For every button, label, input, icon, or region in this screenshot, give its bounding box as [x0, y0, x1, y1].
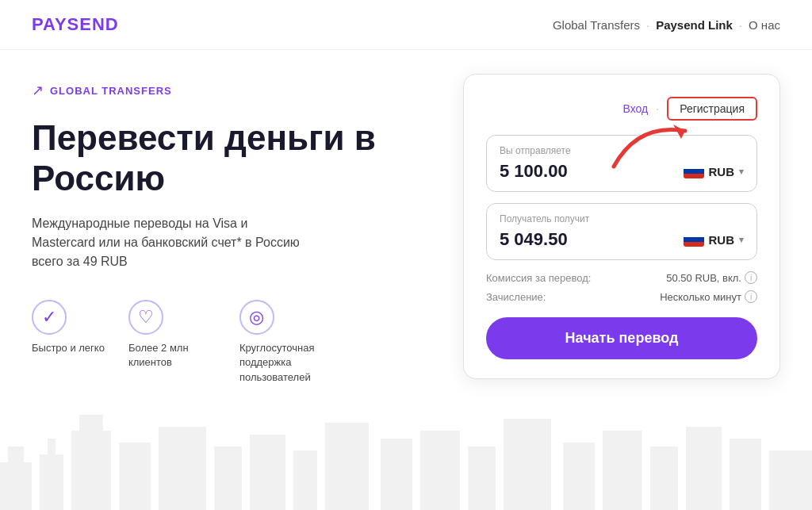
settlement-row: Зачисление: Несколько минут i	[486, 290, 757, 303]
auth-row: Вход · Регистрация	[486, 97, 757, 121]
city-background	[0, 383, 812, 510]
svg-rect-13	[381, 439, 412, 510]
svg-rect-20	[686, 427, 722, 510]
start-transfer-button[interactable]: Начать перевод	[486, 317, 757, 359]
breadcrumb-row: ↗ GLOBAL TRANSFERS	[32, 82, 431, 99]
nav-paysend-link[interactable]: Paysend Link	[656, 18, 733, 32]
nav-about[interactable]: О нас	[749, 18, 780, 32]
settlement-value: Несколько минут i	[660, 290, 757, 303]
send-flag-icon	[684, 164, 704, 178]
svg-rect-5	[71, 431, 111, 510]
send-currency-label: RUB	[709, 165, 735, 178]
feature-support: ◎ Круглосуточная поддержка пользователей	[239, 300, 327, 385]
receive-currency-label: RUB	[709, 233, 735, 247]
feature-fast: ✓ Быстро и легко	[32, 300, 105, 385]
svg-rect-15	[468, 447, 496, 510]
nav-dot-1: ·	[646, 18, 649, 32]
hero-section: ↗ GLOBAL TRANSFERS Перевести деньги в Ро…	[0, 50, 812, 401]
receive-flag-icon	[684, 232, 704, 247]
breadcrumb-text: GLOBAL TRANSFERS	[50, 85, 172, 97]
nav-links: Global Transfers · Paysend Link · О нас	[553, 18, 780, 32]
feature-clients: ♡ Более 2 млн клиентов	[128, 300, 216, 385]
arrow-icon: ↗	[32, 82, 44, 99]
feature-fast-label: Быстро и легко	[32, 341, 105, 355]
send-input-row: 5 100.00 RUB ▾	[500, 161, 744, 182]
navbar: PAYSEND Global Transfers · Paysend Link …	[0, 0, 812, 50]
svg-rect-18	[603, 431, 642, 510]
hero-title: Перевести деньги в Россию	[32, 118, 431, 198]
feature-fast-icon: ✓	[32, 300, 67, 335]
send-chevron-icon: ▾	[739, 167, 744, 177]
svg-rect-11	[293, 451, 317, 510]
svg-rect-9	[214, 447, 242, 510]
register-button[interactable]: Регистрация	[667, 97, 757, 121]
feature-support-icon: ◎	[239, 300, 274, 335]
hero-right: Вход · Регистрация Вы отправляете 5 100.…	[463, 74, 780, 379]
login-link[interactable]: Вход	[623, 102, 649, 115]
svg-rect-8	[159, 427, 206, 510]
feature-support-label: Круглосуточная поддержка пользователей	[239, 341, 327, 385]
send-label: Вы отправляете	[500, 145, 744, 156]
receive-chevron-icon: ▾	[739, 235, 744, 245]
nav-global-transfers[interactable]: Global Transfers	[553, 18, 640, 32]
svg-rect-17	[563, 443, 595, 510]
fee-value: 50.50 RUB, вкл. i	[666, 271, 757, 284]
svg-rect-6	[79, 415, 103, 431]
svg-rect-4	[48, 439, 56, 454]
receive-input-group: Получатель получит 5 049.50 RUB ▾	[486, 203, 757, 260]
feature-clients-label: Более 2 млн клиентов	[128, 341, 216, 370]
settlement-info-icon[interactable]: i	[745, 290, 757, 303]
svg-rect-16	[504, 419, 551, 510]
receive-label: Получатель получит	[500, 213, 744, 224]
fee-row: Комиссия за перевод: 50.50 RUB, вкл. i	[486, 271, 757, 284]
send-currency-select[interactable]: RUB ▾	[684, 164, 745, 178]
features-row: ✓ Быстро и легко ♡ Более 2 млн клиентов …	[32, 300, 431, 385]
svg-rect-22	[769, 451, 812, 510]
svg-rect-21	[730, 439, 761, 510]
send-input-group: Вы отправляете 5 100.00 RUB ▾	[486, 135, 757, 192]
receive-amount[interactable]: 5 049.50	[500, 229, 568, 250]
auth-dot: ·	[656, 102, 659, 115]
hero-left: ↗ GLOBAL TRANSFERS Перевести деньги в Ро…	[32, 74, 431, 385]
fee-info-icon[interactable]: i	[745, 271, 757, 284]
svg-rect-3	[40, 454, 63, 510]
receive-currency-select[interactable]: RUB ▾	[684, 232, 745, 247]
logo[interactable]: PAYSEND	[32, 14, 119, 35]
svg-rect-14	[420, 431, 460, 510]
svg-rect-10	[250, 435, 285, 510]
hero-description: Международные переводы на Visa и Masterc…	[32, 214, 301, 271]
settlement-label: Зачисление:	[486, 291, 546, 303]
feature-clients-icon: ♡	[128, 300, 163, 335]
svg-rect-12	[325, 423, 369, 510]
fee-label: Комиссия за перевод:	[486, 272, 591, 284]
transfer-card: Вход · Регистрация Вы отправляете 5 100.…	[463, 74, 780, 379]
svg-rect-7	[119, 443, 151, 510]
svg-rect-19	[650, 447, 678, 510]
svg-rect-1	[0, 462, 32, 510]
svg-rect-2	[8, 447, 24, 462]
receive-input-row: 5 049.50 RUB ▾	[500, 229, 744, 250]
nav-dot-2: ·	[739, 18, 742, 32]
send-amount[interactable]: 5 100.00	[500, 161, 568, 182]
